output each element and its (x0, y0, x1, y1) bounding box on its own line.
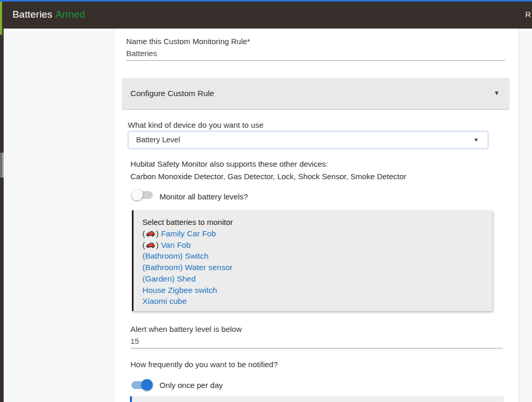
list-item: Xiaomi cube (142, 296, 485, 307)
device-type-label: What kind of device do you want to use (128, 120, 263, 129)
collapse-chevron-icon[interactable]: ▼ (494, 89, 500, 97)
device-link[interactable]: (Garden) Shed (142, 274, 196, 283)
left-green-accent (0, 2, 2, 35)
toggle-thumb (141, 379, 153, 391)
app-header: BatteriesArmed R (0, 2, 532, 29)
header-right-action[interactable]: R (525, 10, 531, 19)
rule-name-input[interactable] (126, 49, 505, 61)
once-per-day-toggle[interactable] (131, 379, 153, 391)
rule-name-title: Batteries (12, 9, 52, 20)
device-type-selected-value: Battery Level (136, 136, 180, 144)
device-type-select[interactable]: Battery Level ▼ (128, 131, 488, 149)
page-title: BatteriesArmed (12, 9, 85, 20)
battery-select-panel: Select batteries to monitor () Family Ca… (132, 210, 493, 311)
configure-rule-title: Configure Custom Rule (130, 89, 214, 98)
device-link[interactable]: Family Car Fob (161, 229, 216, 238)
alert-level-label: Alert when battery level is below (130, 325, 242, 333)
supports-note-line2: Carbon Monoxide Detector, Gas Detector, … (130, 172, 406, 181)
list-item: () Family Car Fob (142, 228, 485, 239)
armed-status-badge: Armed (56, 9, 85, 20)
device-link[interactable]: House Zigbee switch (142, 286, 217, 294)
scrollbar-thumb[interactable] (0, 153, 4, 178)
device-link[interactable]: (Bathroom) Water sensor (142, 263, 232, 272)
car-icon (146, 231, 155, 237)
hubitat-safety-monitor-page: BatteriesArmed R Name this Custom Monito… (0, 0, 532, 402)
frequency-label: How frequently do you want to be notifie… (130, 360, 278, 369)
once-per-day-label: Only once per day (159, 381, 223, 390)
select-dropdown-icon: ▼ (473, 137, 479, 143)
list-item: (Bathroom) Water sensor (142, 262, 485, 273)
right-page-gutter (518, 29, 532, 402)
left-scrollbar-rail (0, 29, 4, 402)
left-sidebar (4, 29, 115, 402)
device-link[interactable]: Van Fob (161, 240, 191, 249)
device-link[interactable]: Xiaomi cube (142, 297, 187, 305)
list-item: (Bathroom) Switch (142, 250, 485, 262)
alert-level-input[interactable] (130, 337, 503, 349)
toggle-thumb (131, 189, 143, 200)
next-section-panel (130, 396, 504, 402)
monitor-all-toggle[interactable] (131, 189, 153, 201)
battery-select-label: Select batteries to monitor (142, 216, 485, 228)
car-icon (146, 242, 155, 248)
list-item: () Van Fob (142, 239, 485, 251)
configure-rule-panel-header[interactable]: Configure Custom Rule ▼ (122, 78, 509, 109)
monitor-all-label: Monitor all battery levels? (159, 192, 248, 201)
rule-name-label: Name this Custom Monitoring Rule* (126, 37, 250, 46)
device-link[interactable]: (Bathroom) Switch (142, 251, 208, 260)
list-item: House Zigbee switch (142, 285, 485, 296)
list-item: (Garden) Shed (142, 273, 485, 285)
supports-note-line1: Hubitat Safety Monitor also supports the… (130, 159, 328, 168)
